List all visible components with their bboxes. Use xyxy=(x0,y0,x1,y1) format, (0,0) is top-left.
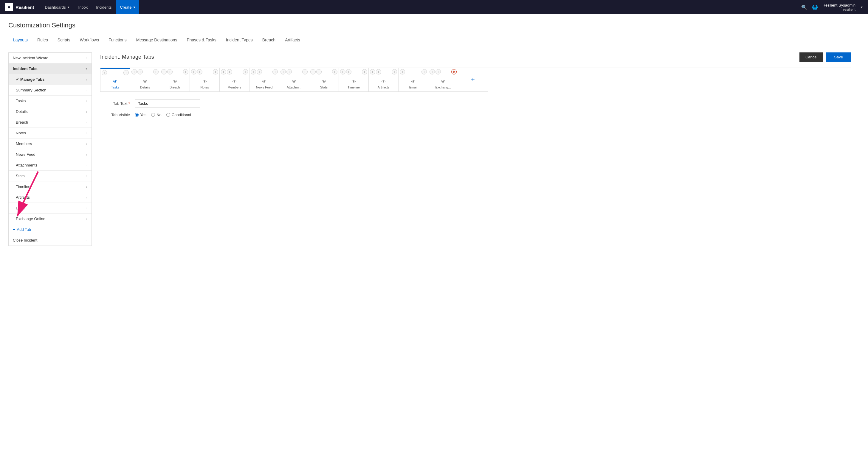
search-icon[interactable]: 🔍 xyxy=(801,4,807,10)
radio-yes[interactable]: Yes xyxy=(135,112,146,117)
tab-move-icon[interactable]: + xyxy=(197,69,203,74)
user-caret-icon[interactable]: ▼ xyxy=(860,6,863,9)
sidebar-item-close-incident[interactable]: Close Incident › xyxy=(9,235,92,246)
tab-add-after-icon[interactable]: + xyxy=(243,69,248,74)
tab-move-icon[interactable]: + xyxy=(227,69,232,74)
sidebar-item-manage-tabs[interactable]: ✓ Manage Tabs › xyxy=(9,74,92,85)
sidebar-item-members[interactable]: Members › xyxy=(9,138,92,149)
radio-conditional-input[interactable] xyxy=(166,113,170,117)
tab-move-icon[interactable]: + xyxy=(376,69,381,74)
tab-add-before-icon[interactable]: + xyxy=(310,69,316,74)
tab-add-before-icon[interactable]: + xyxy=(131,69,137,74)
tab-add-before-icon[interactable]: + xyxy=(430,69,435,74)
cancel-button[interactable]: Cancel xyxy=(800,53,823,62)
user-menu[interactable]: Resilient Sysadmin resilient xyxy=(823,3,856,12)
tab-add-before-icon[interactable]: + xyxy=(221,69,226,74)
radio-no-input[interactable] xyxy=(151,113,155,117)
sidebar-item-email[interactable]: Email › xyxy=(9,203,92,213)
tab-add-before-icon[interactable]: + xyxy=(251,69,256,74)
tab-cell-tasks[interactable]: + + 👁 Tasks xyxy=(100,68,130,92)
tab-add-before-icon[interactable]: + xyxy=(102,70,107,75)
tab-add-after-icon[interactable]: + xyxy=(273,69,278,74)
tab-cell-members[interactable]: + + + 👁 Members xyxy=(220,68,249,92)
tab-text-input[interactable] xyxy=(135,99,200,108)
tab-cell-stats[interactable]: + + + 👁 Stats xyxy=(309,68,339,92)
tab-add-after-icon[interactable]: + xyxy=(362,69,367,74)
sidebar-label-summary-section: Summary Section xyxy=(16,88,86,92)
tab-add-before-icon[interactable]: + xyxy=(340,69,345,74)
sidebar-item-timeline[interactable]: Timeline › xyxy=(9,181,92,192)
tab-add-after-icon[interactable]: + xyxy=(213,69,218,74)
nav-create[interactable]: Create ▼ xyxy=(116,0,139,14)
sidebar-label-details: Details xyxy=(16,109,86,114)
tab-add-after-icon[interactable]: + xyxy=(153,69,159,74)
nav-incidents[interactable]: Incidents xyxy=(92,0,115,14)
tab-eye-icon: 👁 xyxy=(113,79,118,84)
tab-add-before-icon[interactable]: + xyxy=(400,69,405,74)
tab-cell-attachments[interactable]: + + + 👁 Attachm... xyxy=(279,68,309,92)
tab-move-icon[interactable]: + xyxy=(286,69,292,74)
page-title: Customization Settings xyxy=(8,22,860,29)
tab-workflows[interactable]: Workflows xyxy=(75,35,104,45)
tab-delete-icon[interactable]: 🗑 xyxy=(451,69,457,74)
tab-add-before-icon[interactable]: + xyxy=(191,69,196,74)
tab-move-icon[interactable]: + xyxy=(346,69,351,74)
tab-cell-notes[interactable]: + + + 👁 Notes xyxy=(190,68,220,92)
sidebar-label-news-feed: News Feed xyxy=(16,152,86,157)
tab-incident-types[interactable]: Incident Types xyxy=(221,35,257,45)
radio-yes-input[interactable] xyxy=(135,113,138,117)
tab-move-icon[interactable]: + xyxy=(435,69,441,74)
tab-add-new-button[interactable]: + xyxy=(458,68,488,92)
sidebar-item-new-incident-wizard[interactable]: New Incident Wizard › xyxy=(9,53,92,63)
tab-cell-timeline[interactable]: + + + 👁 Timeline xyxy=(339,68,369,92)
tab-add-after-icon[interactable]: + xyxy=(392,69,397,74)
tab-phases-tasks[interactable]: Phases & Tasks xyxy=(182,35,221,45)
sidebar-item-stats[interactable]: Stats › xyxy=(9,171,92,181)
sidebar-item-attachments[interactable]: Attachments › xyxy=(9,160,92,171)
tab-move-icon[interactable]: + xyxy=(257,69,262,74)
tab-add-before-icon[interactable]: + xyxy=(161,69,166,74)
tab-cell-email[interactable]: + + 👁 Email xyxy=(399,68,428,92)
sidebar-item-summary-section[interactable]: Summary Section › xyxy=(9,85,92,96)
tab-add-before-icon[interactable]: + xyxy=(280,69,286,74)
tab-add-after-icon[interactable]: + xyxy=(422,69,427,74)
sidebar-item-details[interactable]: Details › xyxy=(9,106,92,117)
tab-label-breach: Breach xyxy=(169,86,180,89)
tab-rules[interactable]: Rules xyxy=(32,35,53,45)
sidebar-item-news-feed[interactable]: News Feed › xyxy=(9,149,92,160)
tab-add-before-icon[interactable]: + xyxy=(370,69,375,74)
tab-move-icon[interactable]: + xyxy=(167,69,173,74)
nav-inbox[interactable]: Inbox xyxy=(75,0,92,14)
sidebar-label-new-incident-wizard: New Incident Wizard xyxy=(13,56,86,60)
sidebar-item-exchange-online[interactable]: Exchange Online › xyxy=(9,213,92,224)
sidebar-item-tasks[interactable]: Tasks › xyxy=(9,96,92,106)
radio-no[interactable]: No xyxy=(151,112,161,117)
tab-move-icon[interactable]: + xyxy=(137,69,143,74)
tab-cell-details[interactable]: + + + 👁 Details xyxy=(130,68,160,92)
tab-cell-artifacts[interactable]: + + + 👁 Artifacts xyxy=(369,68,399,92)
tab-cell-exchange-online[interactable]: + + 🗑 👁 Exchang... xyxy=(428,68,458,92)
save-button[interactable]: Save xyxy=(826,53,851,62)
tab-add-after-icon[interactable]: + xyxy=(302,69,308,74)
tab-message-destinations[interactable]: Message Destinations xyxy=(131,35,182,45)
radio-conditional[interactable]: Conditional xyxy=(166,112,191,117)
tab-move-icon[interactable]: + xyxy=(316,69,321,74)
tab-breach[interactable]: Breach xyxy=(257,35,280,45)
tab-cell-breach[interactable]: + + + 👁 Breach xyxy=(160,68,190,92)
tab-cell-news-feed[interactable]: + + + 👁 News Feed xyxy=(249,68,279,92)
tab-functions[interactable]: Functions xyxy=(104,35,131,45)
tab-add-after-icon[interactable]: + xyxy=(332,69,337,74)
tab-scripts[interactable]: Scripts xyxy=(53,35,75,45)
tab-add-after-icon[interactable]: + xyxy=(183,69,188,74)
sidebar-item-breach[interactable]: Breach › xyxy=(9,117,92,128)
sidebar-item-artifacts[interactable]: Artifacts › xyxy=(9,192,92,203)
globe-icon[interactable]: 🌐 xyxy=(812,4,818,10)
nav-dashboards[interactable]: Dashboards ▼ xyxy=(41,0,73,14)
sidebar-item-incident-tabs[interactable]: Incident Tabs ▾ xyxy=(9,63,92,74)
sidebar-item-notes[interactable]: Notes › xyxy=(9,128,92,138)
logo[interactable]: ■ Resilient xyxy=(5,3,34,11)
tab-layouts[interactable]: Layouts xyxy=(8,35,32,45)
tab-add-after-icon[interactable]: + xyxy=(123,70,129,75)
add-tab-button[interactable]: + Add Tab xyxy=(9,224,92,235)
tab-artifacts[interactable]: Artifacts xyxy=(280,35,305,45)
